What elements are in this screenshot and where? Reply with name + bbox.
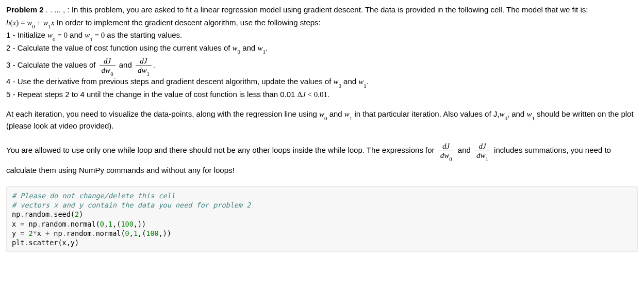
w1: w1 bbox=[257, 44, 265, 52]
model-equation: h(x) = w0 + w1x bbox=[6, 19, 55, 27]
code-comment-2: # vectors x and y contain the data you n… bbox=[12, 201, 251, 209]
code-cell: # Please do not change/delete this cell … bbox=[6, 186, 638, 252]
w0-d: w0 bbox=[499, 110, 507, 118]
frac-dJ-dw0-b: dJdw0 bbox=[438, 142, 454, 160]
w0-c: w0 bbox=[319, 110, 327, 118]
eq-delta-J: ΔJ < 0.01 bbox=[298, 90, 328, 99]
problem-label: Problem 2 bbox=[6, 5, 44, 14]
eq-w1-0: w1 = 0 bbox=[85, 31, 105, 39]
w1-b: w1 bbox=[358, 77, 366, 86]
model-line: h(x) = w0 + w1x In order to implement th… bbox=[6, 17, 638, 29]
w0-b: w0 bbox=[334, 77, 341, 86]
eq-w0-0: w0 = 0 bbox=[47, 31, 68, 39]
step-2: 2 - Calculate the value of cost function… bbox=[6, 42, 638, 54]
frac-dJ-dw1-b: dJdw1 bbox=[474, 142, 490, 160]
steps-lead: In order to implement the gradient desce… bbox=[57, 18, 321, 27]
w1-c: w1 bbox=[344, 110, 352, 118]
frac-dJ-dw1: dJdw1 bbox=[136, 57, 152, 74]
w1-d: w1 bbox=[526, 110, 534, 118]
loop-constraint: You are allowed to use only one while lo… bbox=[6, 140, 638, 180]
intro-text: In this problem, you are asked to fit a … bbox=[72, 5, 588, 14]
visualization-requirement: At each iteration, you need to visualize… bbox=[6, 108, 638, 132]
step-3: 3 - Calculate the values of dJdw0 and dJ… bbox=[6, 55, 638, 75]
w0: w0 bbox=[233, 44, 240, 52]
code-comment-1: # Please do not change/delete this cell bbox=[12, 192, 175, 200]
problem-statement: Problem 2 . . ... , : In this problem, y… bbox=[6, 4, 638, 180]
step-1: 1 - Initialize w0 = 0 and w1 = 0 as the … bbox=[6, 29, 638, 41]
frac-dJ-dw0: dJdw0 bbox=[100, 57, 115, 74]
step-5: 5 - Repeat steps 2 to 4 until the change… bbox=[6, 89, 638, 101]
step-4: 4 - Use the derivative from previous ste… bbox=[6, 76, 638, 88]
intro-paragraph: Problem 2 . . ... , : In this problem, y… bbox=[6, 4, 638, 16]
label-suffix: . . ... , : bbox=[46, 5, 70, 14]
